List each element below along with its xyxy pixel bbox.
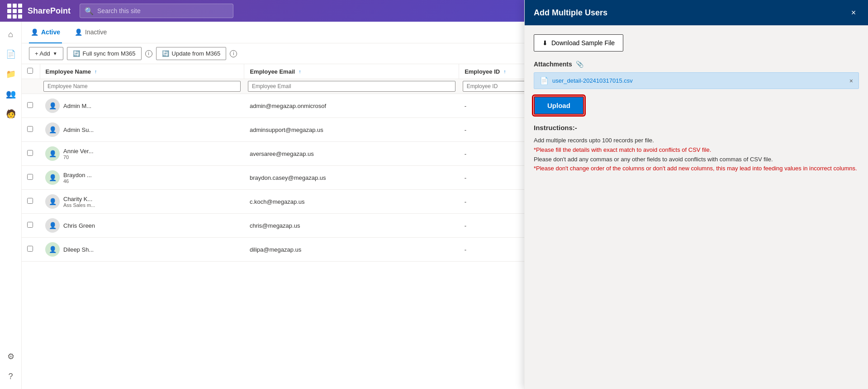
- dropdown-icon: ▼: [53, 51, 57, 56]
- sort-arrow-email: ↑: [299, 69, 301, 74]
- avatar: 👤: [45, 194, 60, 209]
- row-checkbox-3[interactable]: [27, 174, 33, 180]
- avatar: 👤: [45, 170, 60, 185]
- sidebar: ⌂ 📄 📁 👥 🧑 ⚙ ?: [0, 22, 22, 389]
- search-input[interactable]: [97, 7, 228, 14]
- sort-arrow-name: ↑: [95, 69, 97, 74]
- sort-arrow-id: ↑: [503, 69, 506, 74]
- filter-name-cell: [40, 79, 244, 94]
- sidebar-item-pages[interactable]: 📄: [2, 45, 20, 63]
- employee-email: dilipa@megazap.us: [244, 238, 459, 262]
- employee-email: braydon.casey@megazap.us: [244, 166, 459, 190]
- employee-name: Dileep Sh...: [63, 246, 94, 253]
- sidebar-item-settings[interactable]: ⚙: [2, 347, 20, 366]
- paperclip-icon[interactable]: 📎: [576, 61, 583, 68]
- employee-email: c.koch@megazap.us: [244, 190, 459, 214]
- employee-name: Admin M...: [63, 103, 91, 109]
- employee-email: chris@megazap.us: [244, 214, 459, 238]
- sidebar-item-docs[interactable]: 📁: [2, 65, 20, 83]
- add-button[interactable]: + Add ▼: [29, 47, 63, 60]
- employee-name-cell: 👤 Admin Su...: [45, 122, 239, 137]
- employee-name-cell: 👤 Chris Green: [45, 218, 239, 233]
- app-logo: SharePoint: [28, 6, 71, 16]
- tab-active[interactable]: 👤 Active: [29, 22, 62, 43]
- inactive-tab-icon: 👤: [75, 28, 82, 36]
- instruction-warn: *Please fill the details with exact matc…: [534, 146, 711, 153]
- instructions-text: Add multiple records upto 100 records pe…: [534, 136, 859, 173]
- filter-name-input[interactable]: [43, 81, 241, 92]
- employee-email: adminsupport@megazap.us: [244, 118, 459, 142]
- employee-email: admin@megazap.onmicrosof: [244, 94, 459, 118]
- download-icon: ⬇: [542, 39, 548, 47]
- search-bar[interactable]: 🔍: [80, 4, 233, 18]
- file-chip: 📄 user_detail-202410317015.csv ×: [534, 72, 859, 89]
- full-sync-info-icon[interactable]: i: [145, 50, 152, 57]
- col-employee-email[interactable]: Employee Email ↑: [244, 64, 459, 79]
- panel-header: Add Multiple Users ×: [525, 22, 868, 25]
- employee-name-cell: 👤 Admin M...: [45, 98, 239, 113]
- instruction-text: Add multiple records upto 100 records pe…: [534, 136, 859, 145]
- employee-name-cell: 👤 Dileep Sh...: [45, 242, 239, 257]
- employee-sub: 46: [63, 178, 92, 184]
- sidebar-item-team[interactable]: 👥: [2, 85, 20, 103]
- sidebar-item-home[interactable]: ⌂: [2, 25, 20, 43]
- row-checkbox-4[interactable]: [27, 198, 33, 204]
- add-multiple-users-panel: Add Multiple Users × ⬇ Download Sample F…: [524, 22, 868, 389]
- row-checkbox-1[interactable]: [27, 126, 33, 132]
- instruction-warn: *Please don't change order of the column…: [534, 165, 857, 172]
- employee-email: aversaree@megazap.us: [244, 142, 459, 166]
- row-checkbox-0[interactable]: [27, 102, 33, 108]
- row-checkbox-2[interactable]: [27, 150, 33, 156]
- col-checkbox[interactable]: [22, 64, 40, 79]
- filter-email-input[interactable]: [248, 81, 455, 92]
- employee-name-cell: 👤 Charity K... Ass Sales m...: [45, 194, 239, 209]
- employee-name: Braydon ...: [63, 172, 92, 178]
- employee-sub: 70: [63, 155, 94, 160]
- upload-button[interactable]: Upload: [534, 96, 584, 115]
- main-layout: ⌂ 📄 📁 👥 🧑 ⚙ ? 👤 Active 👤 Inactive + Add …: [0, 22, 868, 389]
- instruction-text: Please don't add any commas or any other…: [534, 155, 859, 164]
- file-chip-close-button[interactable]: ×: [849, 77, 853, 84]
- csv-file-icon: 📄: [540, 76, 549, 85]
- attachments-label: Attachments 📎: [534, 61, 859, 68]
- row-checkbox-5[interactable]: [27, 222, 33, 228]
- panel-body: ⬇ Download Sample File Attachments 📎 📄 u…: [525, 25, 868, 389]
- search-icon: 🔍: [85, 7, 94, 15]
- col-employee-name[interactable]: Employee Name ↑: [40, 64, 244, 79]
- tab-inactive[interactable]: 👤 Inactive: [73, 22, 109, 43]
- apps-grid-icon[interactable]: [7, 4, 22, 19]
- avatar: 👤: [45, 146, 60, 161]
- sidebar-item-help[interactable]: ?: [2, 367, 20, 385]
- avatar: 👤: [45, 242, 60, 257]
- employee-name-cell: 👤 Annie Ver... 70: [45, 146, 239, 161]
- update-icon: 🔄: [162, 50, 169, 57]
- employee-name: Annie Ver...: [63, 148, 94, 155]
- employee-name: Charity K...: [63, 196, 95, 202]
- avatar: 👤: [45, 98, 60, 113]
- select-all-checkbox[interactable]: [27, 68, 33, 74]
- filter-email-cell: [244, 79, 459, 94]
- sync-icon: 🔄: [73, 50, 80, 57]
- employee-name: Chris Green: [63, 222, 95, 229]
- avatar: 👤: [45, 122, 60, 137]
- file-name: user_detail-202410317015.csv: [552, 77, 846, 84]
- download-sample-button[interactable]: ⬇ Download Sample File: [534, 34, 623, 52]
- instructions-title: Instructions:-: [534, 124, 859, 131]
- full-sync-button[interactable]: 🔄 Full sync from M365: [67, 47, 142, 60]
- employee-name: Admin Su...: [63, 127, 94, 133]
- update-button[interactable]: 🔄 Update from M365: [156, 47, 227, 60]
- sidebar-item-people[interactable]: 🧑: [2, 105, 20, 123]
- employee-name-cell: 👤 Braydon ... 46: [45, 170, 239, 185]
- update-info-icon[interactable]: i: [230, 50, 237, 57]
- row-checkbox-6[interactable]: [27, 246, 33, 252]
- active-tab-icon: 👤: [31, 28, 38, 36]
- employee-sub: Ass Sales m...: [63, 202, 95, 208]
- avatar: 👤: [45, 218, 60, 233]
